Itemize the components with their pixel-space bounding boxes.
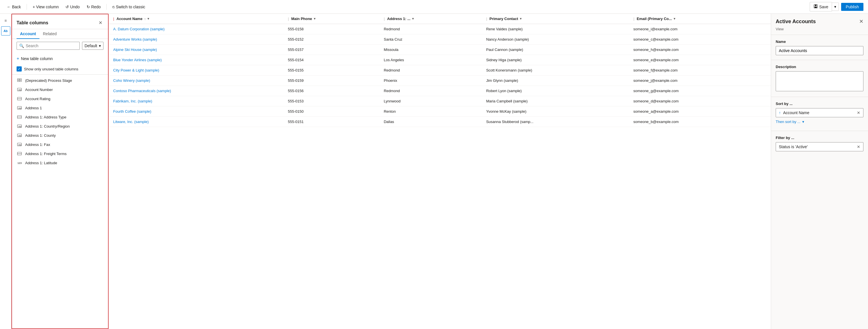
account-cell[interactable]: Fourth Coffee (sample) [108,106,283,117]
search-icon: 🔍 [19,44,24,48]
redo-icon: ↻ [87,5,90,9]
account-cell[interactable]: City Power & Light (sample) [108,65,283,76]
list-item[interactable]: Address 1: Freight Terms [12,149,108,158]
chevron-down-icon: ▾ [148,17,149,21]
account-cell[interactable]: A. Datum Corporation (sample) [108,24,283,34]
publish-button[interactable]: Publish [841,3,863,11]
plus-icon: + [17,56,19,61]
contact-cell: Scott Konersmann (sample) [482,65,629,76]
save-dropdown-button[interactable]: ▾ [832,3,839,11]
filter-chip: Status is 'Active' ✕ [776,142,863,151]
rp-name-section: Name [771,35,868,60]
table-header-cell[interactable]: |Main Phone▾ [283,14,379,24]
account-cell[interactable]: Contoso Pharmaceuticals (sample) [108,86,283,96]
dropdown-label: Default [85,44,97,48]
phone-cell: 555-0155 [283,65,379,76]
table-header-cell[interactable]: |Account Name↑▾ [108,14,283,24]
column-name: Address 1: Latitude [25,161,57,165]
save-button[interactable]: Save [810,2,832,11]
email-cell: someone_e@example.com [629,55,771,65]
list-item[interactable]: AbAddress 1 [12,103,108,112]
column-name: Address 1 [25,106,42,110]
account-cell[interactable]: Adventure Works (sample) [108,34,283,45]
account-cell[interactable]: Fabrikam, Inc. (sample) [108,96,283,106]
panel-close-button[interactable]: ✕ [97,19,103,27]
sort-remove-button[interactable]: ✕ [857,110,860,115]
table-container[interactable]: |Account Name↑▾|Main Phone▾|Address 1: .… [108,14,771,329]
rp-close-button[interactable]: ✕ [859,18,863,25]
address-cell: Los Angeles [379,55,482,65]
filter-remove-button[interactable]: ✕ [857,144,860,149]
column-name: Address 1: Address Type [25,115,66,119]
svg-text:123: 123 [18,162,22,165]
column-type-icon: 123 [17,161,22,165]
table-body: A. Datum Corporation (sample) 555-0158 R… [108,24,771,127]
rp-sort-section: Sort by ... ↑ Account Name ✕ Then sort b… [771,97,868,131]
address-cell: Redmond [379,86,482,96]
hamburger-icon[interactable]: ≡ [1,16,10,25]
rp-description-textarea[interactable] [776,71,863,91]
unused-checkbox[interactable]: ✓ [17,66,22,72]
account-cell[interactable]: Blue Yonder Airlines (sample) [108,55,283,65]
unused-checkbox-row[interactable]: ✓ Show only unused table columns [12,65,108,73]
svg-rect-3 [18,79,19,80]
contact-cell: Susanna Stubberod (samp... [482,117,629,127]
panel-tabs: Account Related [12,29,108,39]
column-type-icon: Ab [17,106,22,110]
list-item[interactable]: (Deprecated) Process Stage [12,76,108,85]
list-item[interactable]: AbAccount Number [12,85,108,94]
tab-related[interactable]: Related [39,29,60,39]
new-table-column-button[interactable]: + New table column [17,55,53,62]
view-column-label: View column [36,5,59,9]
list-item[interactable]: Account Rating [12,94,108,103]
chevron-down-icon: ▾ [520,17,522,21]
panel-divider [12,74,108,75]
rp-name-input[interactable] [776,46,863,55]
table-header-cell[interactable]: |Primary Contact▾ [482,14,629,24]
col-separator: | [633,17,634,21]
list-item[interactable]: 123Address 1: Latitude [12,158,108,167]
main-layout: ≡ Ab Table columns ✕ Account Related 🔍 D… [0,14,868,329]
table-columns-panel: Table columns ✕ Account Related 🔍 Defaul… [11,14,108,329]
contact-cell: Paul Cannon (sample) [482,45,629,55]
list-item[interactable]: AbAddress 1: Country/Region [12,121,108,131]
account-cell[interactable]: Litware, Inc. (sample) [108,117,283,127]
chevron-down-icon: ▾ [314,17,315,21]
col-label: Email (Primary Co... [637,17,672,21]
default-dropdown[interactable]: Default ▾ [82,42,103,50]
back-button[interactable]: ← Back [5,3,23,10]
tab-account[interactable]: Account [17,29,39,39]
list-item[interactable]: Address 1: Address Type [12,112,108,121]
text-icon[interactable]: Ab [1,26,10,35]
address-cell: Dallas [379,117,482,127]
switch-classic-button[interactable]: ⎋ Switch to classic [110,3,148,10]
new-col-label: New table column [21,56,53,61]
contact-cell: Robert Lyon (sample) [482,86,629,96]
search-input[interactable] [26,44,77,48]
column-name: Account Number [25,87,53,92]
sort-field-label: Account Name [783,110,809,115]
list-item[interactable]: AbAddress 1: County [12,131,108,140]
undo-button[interactable]: ↺ Undo [63,3,82,10]
table-row: Litware, Inc. (sample) 555-0151 Dallas S… [108,117,771,127]
list-item[interactable]: AbAddress 1: Fax [12,140,108,149]
table-header-cell[interactable]: |Email (Primary Co...▾ [629,14,771,24]
chevron-down-icon: ▾ [674,17,675,21]
filter-value-label: Status is 'Active' [779,144,808,149]
back-icon: ← [7,5,11,9]
right-panel: Active Accounts ✕ View Name Description … [771,14,868,329]
panel-search-row: 🔍 Default ▾ [12,39,108,53]
svg-text:Ab: Ab [18,134,22,137]
account-cell[interactable]: Coho Winery (sample) [108,76,283,86]
redo-button[interactable]: ↻ Redo [84,3,103,10]
account-cell[interactable]: Alpine Ski House (sample) [108,45,283,55]
table-row: Adventure Works (sample) 555-0152 Santa … [108,34,771,45]
view-column-button[interactable]: + View column [30,3,61,10]
col-label: Account Name [116,17,142,21]
back-label: Back [12,5,21,9]
then-sort-button[interactable]: Then sort by ... ▾ [776,117,863,126]
table-header-cell[interactable]: |Address 1: ...▾ [379,14,482,24]
column-list: (Deprecated) Process StageAbAccount Numb… [12,76,108,328]
col-separator: | [288,17,289,21]
rp-filter-section: Filter by ... Status is 'Active' ✕ [771,131,868,156]
